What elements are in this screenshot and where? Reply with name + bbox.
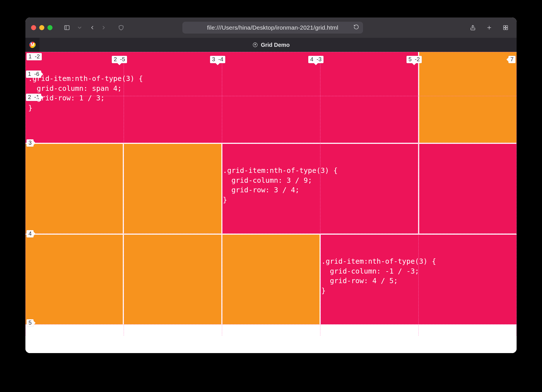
svg-rect-7 <box>504 28 505 30</box>
grid-item-2 <box>419 52 517 143</box>
minimize-window-button[interactable] <box>39 25 44 30</box>
forward-button[interactable] <box>98 22 109 33</box>
traffic-lights <box>31 25 53 30</box>
code-snippet-top: .grid-item:nth-of-type(3) { grid-column:… <box>27 72 144 113</box>
grid-item-8 <box>124 235 221 324</box>
grid-item-5: .grid-item:nth-of-type(3) { grid-column:… <box>222 144 418 234</box>
page-whitespace <box>25 336 517 353</box>
sidebar-toggle-button[interactable] <box>62 22 72 33</box>
grid-item-7 <box>25 235 123 324</box>
svg-rect-0 <box>65 26 69 30</box>
grid-item-9 <box>222 235 320 324</box>
tab-overview-button[interactable] <box>500 22 511 33</box>
grid-item-10: .grid-item:nth-of-type(3) { grid-column:… <box>321 235 517 324</box>
compass-icon <box>252 42 258 48</box>
share-button[interactable] <box>467 22 478 33</box>
tab-strip: Grid Demo <box>25 38 517 52</box>
back-button[interactable] <box>87 22 98 33</box>
favorites-item-gmail[interactable] <box>25 38 40 52</box>
maximize-window-button[interactable] <box>47 25 53 30</box>
tab-title: Grid Demo <box>261 42 290 48</box>
svg-rect-6 <box>506 26 508 27</box>
privacy-shield-icon[interactable] <box>116 22 126 33</box>
reload-icon[interactable] <box>353 24 359 31</box>
browser-window: file:///Users/hina/Desktop/ironman-2021/… <box>25 17 517 353</box>
grid-item-6 <box>419 144 517 234</box>
active-tab[interactable]: Grid Demo <box>252 42 290 48</box>
grid-item-3 <box>25 144 123 234</box>
code-snippet-bot: .grid-item:nth-of-type(3) { grid-column:… <box>321 235 517 296</box>
grid-item-4 <box>124 144 221 234</box>
code-snippet-mid: .grid-item:nth-of-type(3) { grid-column:… <box>222 144 418 205</box>
gmail-icon <box>29 41 36 49</box>
svg-rect-8 <box>506 28 508 30</box>
close-window-button[interactable] <box>31 25 36 30</box>
url-text: file:///Users/hina/Desktop/ironman-2021/… <box>207 24 338 31</box>
new-tab-button[interactable] <box>484 22 495 33</box>
sidebar-menu-chevron-icon[interactable] <box>76 22 83 33</box>
page-viewport: .grid-item:nth-of-type(3) { grid-column:… <box>25 52 517 353</box>
svg-rect-5 <box>504 26 505 27</box>
address-bar[interactable]: file:///Users/hina/Desktop/ironman-2021/… <box>182 22 363 34</box>
toolbar: file:///Users/hina/Desktop/ironman-2021/… <box>25 17 517 38</box>
